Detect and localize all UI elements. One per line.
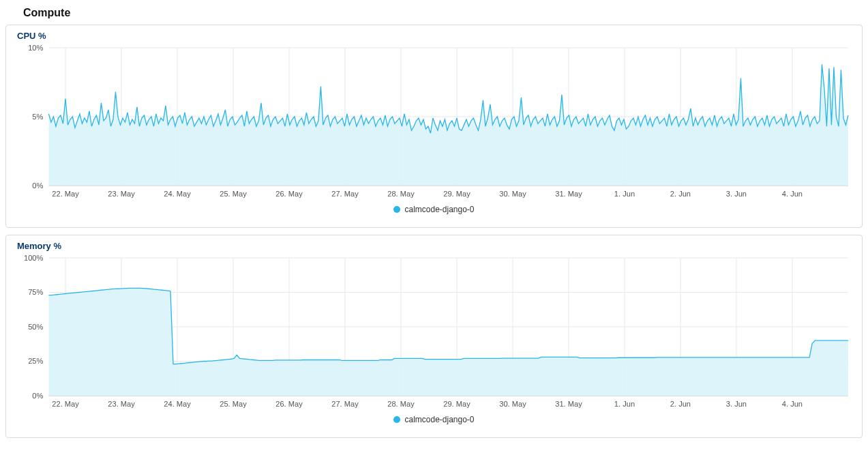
svg-text:30. May: 30. May <box>499 190 526 198</box>
legend-dot-icon <box>393 416 400 423</box>
svg-text:26. May: 26. May <box>275 190 303 198</box>
svg-text:5%: 5% <box>32 113 43 121</box>
svg-text:100%: 100% <box>24 254 44 262</box>
svg-text:25. May: 25. May <box>220 400 247 408</box>
svg-text:0%: 0% <box>32 181 43 190</box>
cpu-panel: CPU % 0%5%10%22. May23. May24. May25. Ma… <box>5 25 863 228</box>
svg-text:2. Jun: 2. Jun <box>670 400 691 408</box>
svg-text:4. Jun: 4. Jun <box>782 190 803 198</box>
memory-chart: 0%25%50%75%100%22. May23. May24. May25. … <box>14 254 854 412</box>
legend-dot-icon <box>393 206 400 213</box>
svg-text:29. May: 29. May <box>443 190 470 198</box>
svg-text:25%: 25% <box>28 357 43 366</box>
svg-text:0%: 0% <box>32 392 43 400</box>
svg-text:31. May: 31. May <box>555 400 582 408</box>
svg-text:1. Jun: 1. Jun <box>614 400 635 408</box>
svg-text:10%: 10% <box>28 44 43 52</box>
memory-legend: calmcode-django-0 <box>14 415 854 424</box>
svg-text:24. May: 24. May <box>164 190 191 198</box>
svg-text:22. May: 22. May <box>52 190 79 198</box>
cpu-legend: calmcode-django-0 <box>14 205 854 214</box>
memory-panel: Memory % 0%25%50%75%100%22. May23. May24… <box>5 235 863 438</box>
svg-text:27. May: 27. May <box>331 400 359 408</box>
svg-text:23. May: 23. May <box>108 190 135 198</box>
cpu-chart: 0%5%10%22. May23. May24. May25. May26. M… <box>14 44 854 202</box>
svg-text:30. May: 30. May <box>499 400 526 408</box>
svg-text:26. May: 26. May <box>275 400 303 408</box>
svg-text:2. Jun: 2. Jun <box>670 190 691 198</box>
cpu-chart-svg: 0%5%10%22. May23. May24. May25. May26. M… <box>14 44 854 202</box>
svg-text:4. Jun: 4. Jun <box>782 400 803 408</box>
svg-text:50%: 50% <box>28 323 43 331</box>
svg-text:27. May: 27. May <box>331 190 359 198</box>
svg-text:1. Jun: 1. Jun <box>614 190 635 198</box>
svg-text:23. May: 23. May <box>108 400 135 408</box>
svg-text:29. May: 29. May <box>443 400 470 408</box>
cpu-legend-label: calmcode-django-0 <box>404 205 474 214</box>
memory-panel-title: Memory % <box>17 241 854 251</box>
svg-text:28. May: 28. May <box>387 400 415 408</box>
svg-text:28. May: 28. May <box>387 190 415 198</box>
svg-text:3. Jun: 3. Jun <box>726 190 747 198</box>
cpu-panel-title: CPU % <box>17 31 854 41</box>
svg-text:31. May: 31. May <box>555 190 582 198</box>
memory-legend-label: calmcode-django-0 <box>404 415 474 424</box>
svg-text:75%: 75% <box>28 289 43 297</box>
memory-chart-svg: 0%25%50%75%100%22. May23. May24. May25. … <box>14 254 854 412</box>
svg-text:25. May: 25. May <box>220 190 247 198</box>
svg-text:3. Jun: 3. Jun <box>726 400 747 408</box>
svg-text:22. May: 22. May <box>52 400 79 408</box>
svg-text:24. May: 24. May <box>164 400 191 408</box>
section-title: Compute <box>23 7 863 19</box>
